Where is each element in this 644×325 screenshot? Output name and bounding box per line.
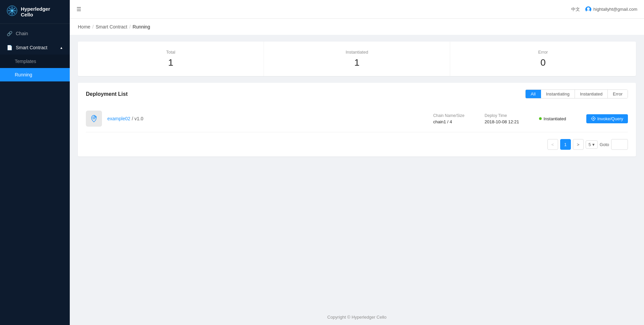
header: ☰ 中文 hightallyht@gmail.com: [70, 0, 644, 19]
logo-icon: [7, 5, 17, 18]
stat-error-value: 0: [457, 57, 629, 68]
sidebar: Hyperledger Cello 🔗 Chain 📄 Smart Contra…: [0, 0, 70, 325]
sidebar-chain-label: Chain: [16, 31, 28, 36]
user-info: hightallyht@gmail.com: [585, 6, 637, 12]
deploy-meta: Chain Name/Size chain1 / 4 Deploy Time 2…: [433, 113, 628, 124]
page-size-select[interactable]: 5 ▾: [586, 140, 598, 149]
deploy-row-0: example02 / v1.0 Chain Name/Size chain1 …: [86, 105, 628, 132]
stat-total: Total 1: [78, 42, 264, 76]
page-size-chevron-icon: ▾: [592, 142, 595, 147]
filter-btn-instantiated[interactable]: Instantiated: [575, 90, 608, 98]
deploy-name-version: example02 / v1.0: [107, 116, 143, 122]
footer-text: Copyright © Hyperledger Cello: [327, 315, 387, 320]
footer: Copyright © Hyperledger Cello: [70, 309, 644, 325]
page-size-value: 5: [589, 142, 591, 147]
filter-btn-error[interactable]: Error: [608, 90, 628, 98]
stat-instantiated-value: 1: [271, 57, 443, 68]
status-dot-icon: [539, 117, 542, 120]
content-area: Total 1 Instantiated 1 Error 0 Deploymen…: [70, 35, 644, 309]
breadcrumb-home[interactable]: Home: [78, 24, 90, 29]
templates-label: Templates: [15, 59, 36, 64]
pagination-next-btn[interactable]: >: [573, 139, 584, 150]
deployment-list-header: Deployment List AllInstantiatingInstanti…: [86, 89, 628, 99]
smart-contract-label: Smart Contract: [16, 45, 47, 50]
breadcrumb-sep-2: /: [129, 24, 130, 29]
svg-point-10: [95, 116, 97, 118]
chain-name-size-label: Chain Name/Size: [433, 113, 464, 118]
sidebar-item-chain[interactable]: 🔗 Chain: [0, 26, 70, 41]
sidebar-nav: 🔗 Chain 📄 Smart Contract ▲ Templates: [0, 24, 70, 325]
deploy-time-value: 2018-10-08 12:21: [485, 119, 519, 124]
smart-contract-parent[interactable]: 📄 Smart Contract ▲: [0, 41, 70, 55]
smart-contract-submenu: Templates Running: [0, 55, 70, 81]
invoke-query-button[interactable]: Invoke/Query: [586, 114, 628, 123]
svg-point-7: [586, 10, 590, 12]
header-right: 中文 hightallyht@gmail.com: [571, 6, 637, 12]
smart-contract-icon: 📄: [7, 45, 12, 50]
sidebar-item-templates[interactable]: Templates: [0, 55, 70, 68]
filter-btn-all[interactable]: All: [526, 90, 541, 98]
deploy-rows: example02 / v1.0 Chain Name/Size chain1 …: [86, 105, 628, 132]
chevron-up-icon: ▲: [60, 46, 63, 50]
deploy-name[interactable]: example02: [107, 116, 130, 121]
status-badge: Instantiated: [539, 116, 566, 121]
pagination-page-1[interactable]: 1: [560, 139, 571, 150]
sidebar-item-smart-contract: 📄 Smart Contract ▲ Templates Running: [0, 41, 70, 81]
breadcrumb-current: Running: [132, 24, 150, 29]
goto-label: Goto: [600, 142, 609, 147]
deploy-time-group: Deploy Time 2018-10-08 12:21: [485, 113, 519, 124]
user-avatar-icon: [585, 6, 591, 12]
chain-name-size-value: chain1 / 4: [433, 119, 464, 124]
svg-point-6: [587, 7, 590, 10]
sidebar-logo: Hyperledger Cello: [0, 0, 70, 24]
breadcrumb: Home / Smart Contract / Running: [70, 19, 644, 35]
language-switch[interactable]: 中文: [571, 6, 580, 12]
filter-btn-instantiating[interactable]: Instantiating: [541, 90, 575, 98]
deployment-list-card: Deployment List AllInstantiatingInstanti…: [78, 83, 636, 156]
deploy-version: / v1.0: [132, 116, 143, 121]
deployment-list-title: Deployment List: [86, 91, 127, 97]
main-content: ☰ 中文 hightallyht@gmail.com Home / Smart …: [70, 0, 644, 325]
menu-toggle-icon[interactable]: ☰: [76, 6, 81, 12]
breadcrumb-sep-1: /: [92, 24, 94, 29]
filter-buttons: AllInstantiatingInstantiatedError: [525, 89, 628, 99]
running-label: Running: [15, 72, 32, 77]
chain-name-size-group: Chain Name/Size chain1 / 4: [433, 113, 464, 124]
sidebar-item-running[interactable]: Running: [0, 68, 70, 81]
svg-point-8: [93, 117, 95, 119]
svg-point-5: [11, 10, 13, 12]
stat-error: Error 0: [450, 42, 636, 76]
goto-input[interactable]: [611, 139, 628, 150]
stat-error-label: Error: [457, 50, 629, 55]
header-left: ☰: [76, 6, 81, 12]
stat-total-label: Total: [85, 50, 257, 55]
deploy-time-label: Deploy Time: [485, 113, 519, 118]
status-label: Instantiated: [543, 116, 566, 121]
deploy-icon-box: [86, 111, 102, 127]
stat-total-value: 1: [85, 57, 257, 68]
pagination: < 1 > 5 ▾ Goto: [86, 139, 628, 150]
user-email: hightallyht@gmail.com: [593, 7, 637, 12]
stat-instantiated: Instantiated 1: [264, 42, 450, 76]
chain-icon: 🔗: [7, 31, 12, 36]
pagination-prev-btn[interactable]: <: [547, 139, 558, 150]
app-title: Hyperledger Cello: [21, 6, 63, 17]
stat-instantiated-label: Instantiated: [271, 50, 443, 55]
breadcrumb-smart-contract[interactable]: Smart Contract: [96, 24, 127, 29]
stats-card: Total 1 Instantiated 1 Error 0: [78, 42, 636, 76]
